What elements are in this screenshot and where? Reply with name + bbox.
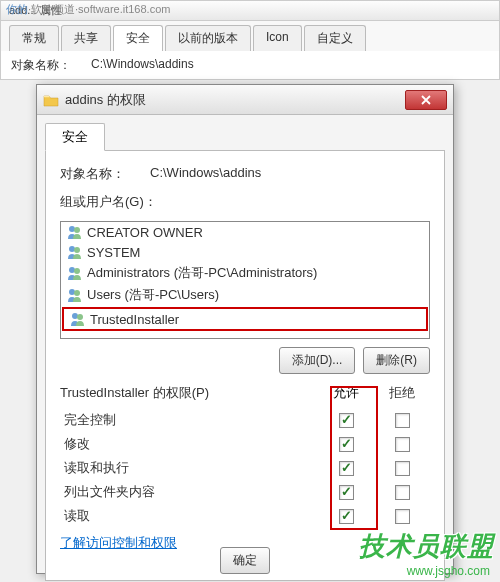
back-objname-label: 对象名称： bbox=[11, 57, 71, 74]
list-item-label: SYSTEM bbox=[87, 245, 140, 260]
perm-row: 读取 bbox=[60, 504, 430, 528]
permissions-label: TrustedInstaller 的权限(P) bbox=[60, 384, 318, 402]
tab-security[interactable]: 安全 bbox=[113, 25, 163, 51]
list-item-label: CREATOR OWNER bbox=[87, 225, 203, 240]
watermark-green-url: www.jsgho.com bbox=[407, 564, 490, 578]
allow-checkbox[interactable] bbox=[339, 461, 354, 476]
users-icon bbox=[67, 244, 83, 260]
svg-point-5 bbox=[74, 268, 80, 274]
tab-previous-versions[interactable]: 以前的版本 bbox=[165, 25, 251, 51]
watermark-top-left: 你的·软件频道·software.it168.com bbox=[6, 2, 170, 17]
allow-column-header: 允许 bbox=[318, 384, 374, 402]
perm-name: 列出文件夹内容 bbox=[60, 483, 318, 501]
permissions-table: 完全控制 修改 读取和执行 列出文件夹内容 bbox=[60, 408, 430, 528]
remove-button[interactable]: 删除(R) bbox=[363, 347, 430, 374]
perm-row: 完全控制 bbox=[60, 408, 430, 432]
users-icon bbox=[67, 224, 83, 240]
deny-checkbox[interactable] bbox=[395, 485, 410, 500]
svg-point-9 bbox=[77, 314, 83, 320]
svg-point-3 bbox=[74, 247, 80, 253]
back-objname-value: C:\Windows\addins bbox=[91, 57, 194, 74]
close-button[interactable] bbox=[405, 90, 447, 110]
objname-label: 对象名称： bbox=[60, 165, 150, 183]
users-list[interactable]: CREATOR OWNER SYSTEM Administrators (浩哥-… bbox=[60, 221, 430, 339]
deny-checkbox[interactable] bbox=[395, 413, 410, 428]
add-button[interactable]: 添加(D)... bbox=[279, 347, 356, 374]
list-item-selected[interactable]: TrustedInstaller bbox=[62, 307, 428, 331]
users-icon bbox=[67, 265, 83, 281]
perm-name: 读取 bbox=[60, 507, 318, 525]
security-panel: 对象名称： C:\Windows\addins 组或用户名(G)： CREATO… bbox=[45, 151, 445, 581]
users-icon bbox=[70, 311, 86, 327]
list-item[interactable]: Users (浩哥-PC\Users) bbox=[61, 284, 429, 306]
allow-checkbox[interactable] bbox=[339, 509, 354, 524]
watermark-green: 技术员联盟 bbox=[359, 529, 494, 564]
allow-checkbox[interactable] bbox=[339, 413, 354, 428]
list-item-label: Administrators (浩哥-PC\Administrators) bbox=[87, 264, 317, 282]
svg-point-0 bbox=[69, 226, 75, 232]
dialog-title-text: addins 的权限 bbox=[65, 91, 146, 109]
svg-point-2 bbox=[69, 246, 75, 252]
svg-point-1 bbox=[74, 227, 80, 233]
deny-checkbox[interactable] bbox=[395, 437, 410, 452]
objname-value: C:\Windows\addins bbox=[150, 165, 430, 183]
svg-point-7 bbox=[74, 290, 80, 296]
allow-checkbox[interactable] bbox=[339, 437, 354, 452]
deny-column-header: 拒绝 bbox=[374, 384, 430, 402]
properties-tabs: 常规 共享 安全 以前的版本 Icon 自定义 bbox=[1, 21, 499, 51]
list-item[interactable]: CREATOR OWNER bbox=[61, 222, 429, 242]
dialog-titlebar: addins 的权限 bbox=[37, 85, 453, 115]
perm-name: 读取和执行 bbox=[60, 459, 318, 477]
perm-row: 读取和执行 bbox=[60, 456, 430, 480]
list-item[interactable]: Administrators (浩哥-PC\Administrators) bbox=[61, 262, 429, 284]
list-item[interactable]: SYSTEM bbox=[61, 242, 429, 262]
permissions-dialog: addins 的权限 安全 对象名称： C:\Windows\addins 组或… bbox=[36, 84, 454, 574]
ok-button[interactable]: 确定 bbox=[220, 547, 270, 574]
close-icon bbox=[421, 95, 431, 105]
svg-point-4 bbox=[69, 267, 75, 273]
allow-checkbox[interactable] bbox=[339, 485, 354, 500]
tab-general[interactable]: 常规 bbox=[9, 25, 59, 51]
deny-checkbox[interactable] bbox=[395, 461, 410, 476]
perm-name: 修改 bbox=[60, 435, 318, 453]
list-item-label: Users (浩哥-PC\Users) bbox=[87, 286, 219, 304]
svg-point-6 bbox=[69, 289, 75, 295]
folder-icon bbox=[43, 93, 59, 107]
tab-sharing[interactable]: 共享 bbox=[61, 25, 111, 51]
list-item-label: TrustedInstaller bbox=[90, 312, 179, 327]
deny-checkbox[interactable] bbox=[395, 509, 410, 524]
svg-point-8 bbox=[72, 313, 78, 319]
tab-custom[interactable]: 自定义 bbox=[304, 25, 366, 51]
perm-name: 完全控制 bbox=[60, 411, 318, 429]
perm-row: 修改 bbox=[60, 432, 430, 456]
users-icon bbox=[67, 287, 83, 303]
dialog-tab-security[interactable]: 安全 bbox=[45, 123, 105, 151]
perm-row: 列出文件夹内容 bbox=[60, 480, 430, 504]
groups-label: 组或用户名(G)： bbox=[60, 193, 157, 211]
tab-icon[interactable]: Icon bbox=[253, 25, 302, 51]
